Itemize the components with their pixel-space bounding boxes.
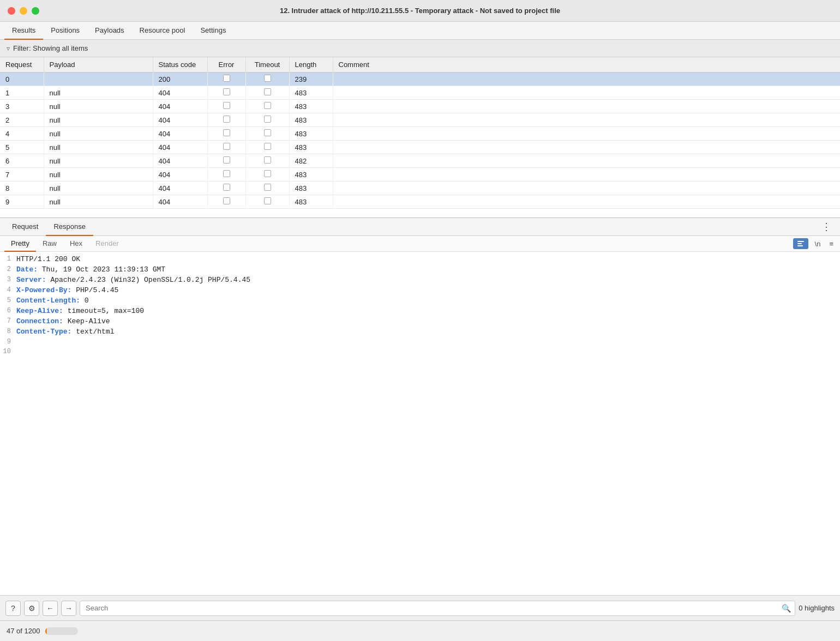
table-cell xyxy=(333,168,840,182)
col-header-status[interactable]: Status code xyxy=(153,57,207,72)
table-cell xyxy=(245,141,289,154)
menu-label[interactable]: ≡ xyxy=(827,239,836,249)
timeout-checkbox[interactable] xyxy=(264,170,271,177)
response-line: 9 xyxy=(0,337,840,347)
table-cell xyxy=(207,195,245,209)
table-cell: 404 xyxy=(153,86,207,100)
dots-menu[interactable]: ⋮ xyxy=(817,219,836,235)
timeout-checkbox[interactable] xyxy=(264,129,271,136)
search-icon: 🔍 xyxy=(782,604,791,613)
error-checkbox[interactable] xyxy=(223,156,230,164)
error-checkbox[interactable] xyxy=(223,170,230,177)
line-content: X-Powered-By: PHP/5.4.45 xyxy=(16,286,118,294)
timeout-checkbox[interactable] xyxy=(264,143,271,150)
col-header-timeout[interactable]: Timeout xyxy=(245,57,289,72)
tab-positions[interactable]: Positions xyxy=(43,22,87,40)
table-row[interactable]: 8null404483 xyxy=(0,182,840,195)
response-line: 8Content-Type: text/html xyxy=(0,326,840,337)
close-button[interactable] xyxy=(8,7,15,15)
error-checkbox[interactable] xyxy=(223,88,230,95)
timeout-checkbox[interactable] xyxy=(264,116,271,123)
table-row[interactable]: 3null404483 xyxy=(0,100,840,113)
timeout-checkbox[interactable] xyxy=(264,75,271,82)
error-checkbox[interactable] xyxy=(223,102,230,109)
tab-results[interactable]: Results xyxy=(4,22,43,40)
tab-settings[interactable]: Settings xyxy=(193,22,233,40)
table-cell xyxy=(245,154,289,168)
table-cell xyxy=(207,182,245,195)
table-cell: 8 xyxy=(0,182,44,195)
tab-pretty[interactable]: Pretty xyxy=(4,236,36,252)
error-checkbox[interactable] xyxy=(223,197,230,204)
timeout-checkbox[interactable] xyxy=(264,197,271,204)
table-row[interactable]: 6null404482 xyxy=(0,154,840,168)
error-checkbox[interactable] xyxy=(223,129,230,136)
col-header-comment[interactable]: Comment xyxy=(333,57,840,72)
bottom-toolbar: ? ⚙ ← → 🔍 0 highlights xyxy=(0,595,840,620)
table-row[interactable]: 4null404483 xyxy=(0,127,840,141)
table-row[interactable]: 1null404483 xyxy=(0,86,840,100)
table-row[interactable]: 2null404483 xyxy=(0,113,840,127)
table-cell xyxy=(245,127,289,141)
table-cell: 4 xyxy=(0,127,44,141)
search-input[interactable] xyxy=(80,601,795,616)
svg-rect-1 xyxy=(797,243,802,244)
tab-raw[interactable]: Raw xyxy=(36,236,63,252)
tab-request[interactable]: Request xyxy=(4,218,46,236)
table-row[interactable]: 5null404483 xyxy=(0,141,840,154)
table-cell: null xyxy=(44,182,153,195)
table-cell xyxy=(245,195,289,209)
tab-resource-pool[interactable]: Resource pool xyxy=(132,22,193,40)
table-cell xyxy=(245,100,289,113)
format-button[interactable] xyxy=(793,238,808,249)
filter-bar[interactable]: ▿ Filter: Showing all items xyxy=(0,40,840,57)
back-button[interactable]: ← xyxy=(43,601,58,616)
minimize-button[interactable] xyxy=(20,7,27,15)
col-header-error[interactable]: Error xyxy=(207,57,245,72)
svg-rect-0 xyxy=(797,241,804,242)
table-cell xyxy=(333,127,840,141)
table-cell: 483 xyxy=(289,141,333,154)
table-cell: 239 xyxy=(289,72,333,86)
line-number: 8 xyxy=(0,328,16,336)
timeout-checkbox[interactable] xyxy=(264,184,271,191)
svg-rect-2 xyxy=(797,245,803,246)
bottom-panel: Request Response ⋮ Pretty Raw Hex Render… xyxy=(0,218,840,595)
tab-response[interactable]: Response xyxy=(46,218,93,236)
tab-payloads[interactable]: Payloads xyxy=(87,22,131,40)
settings-button[interactable]: ⚙ xyxy=(24,601,39,616)
error-checkbox[interactable] xyxy=(223,75,230,82)
progress-bar-fill xyxy=(45,627,46,635)
col-header-length[interactable]: Length xyxy=(289,57,333,72)
col-header-request[interactable]: Request xyxy=(0,57,44,72)
line-number: 10 xyxy=(0,348,16,355)
error-checkbox[interactable] xyxy=(223,184,230,191)
table-cell xyxy=(44,72,153,86)
table-cell: 482 xyxy=(289,154,333,168)
table-cell: 483 xyxy=(289,168,333,182)
error-checkbox[interactable] xyxy=(223,143,230,150)
table-cell xyxy=(207,113,245,127)
line-number: 4 xyxy=(0,286,16,294)
table-row[interactable]: 9null404483 xyxy=(0,195,840,209)
newline-label[interactable]: \n xyxy=(813,239,823,249)
table-cell: null xyxy=(44,100,153,113)
table-cell: 404 xyxy=(153,141,207,154)
table-cell: 3 xyxy=(0,100,44,113)
line-number: 5 xyxy=(0,297,16,305)
timeout-checkbox[interactable] xyxy=(264,156,271,164)
table-cell xyxy=(245,168,289,182)
progress-bar xyxy=(45,627,78,635)
col-header-payload[interactable]: Payload xyxy=(44,57,153,72)
timeout-checkbox[interactable] xyxy=(264,88,271,95)
table-row[interactable]: 7null404483 xyxy=(0,168,840,182)
timeout-checkbox[interactable] xyxy=(264,102,271,109)
table-cell: 0 xyxy=(0,72,44,86)
error-checkbox[interactable] xyxy=(223,116,230,123)
tab-hex[interactable]: Hex xyxy=(63,236,89,252)
table-cell xyxy=(333,154,840,168)
table-row[interactable]: 0200239 xyxy=(0,72,840,86)
maximize-button[interactable] xyxy=(32,7,39,15)
help-button[interactable]: ? xyxy=(5,601,21,616)
forward-button[interactable]: → xyxy=(61,601,76,616)
